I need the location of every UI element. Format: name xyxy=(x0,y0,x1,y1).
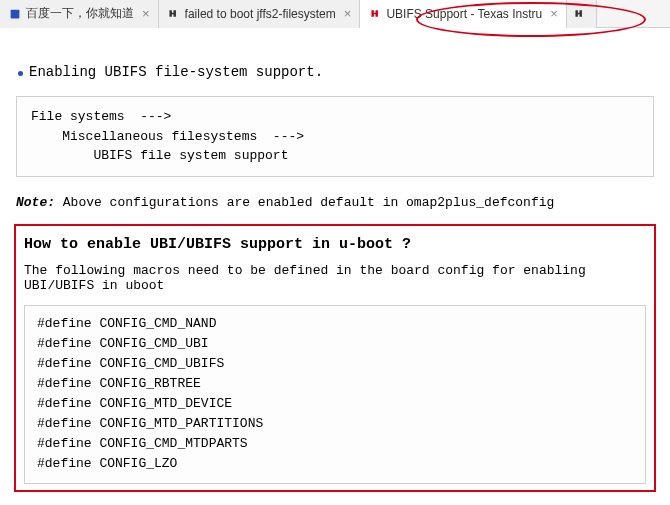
ti-icon xyxy=(573,7,587,21)
highlight-red-box: How to enable UBI/UBIFS support in u-boo… xyxy=(14,224,656,492)
note-label: Note: xyxy=(16,195,55,210)
ti-icon xyxy=(167,7,181,21)
close-icon[interactable]: × xyxy=(550,6,558,21)
note-line: Note: Above configurations are enabled d… xyxy=(16,195,654,210)
tab-jffs2[interactable]: failed to boot jffs2-filesystem × xyxy=(159,0,361,28)
ti-red-icon xyxy=(368,7,382,21)
close-icon[interactable]: × xyxy=(344,6,352,21)
note-text: Above configurations are enabled default… xyxy=(55,195,554,210)
bullet-text: Enabling UBIFS file-system support. xyxy=(29,64,323,80)
tab-title: UBIFS Support - Texas Instru xyxy=(386,7,542,21)
tab-bar: 百度一下，你就知道 × failed to boot jffs2-filesys… xyxy=(0,0,670,28)
tab-title: failed to boot jffs2-filesystem xyxy=(185,7,336,21)
close-icon[interactable]: × xyxy=(142,6,150,21)
bullet-item: Enabling UBIFS file-system support. xyxy=(18,64,658,80)
svg-rect-0 xyxy=(11,9,20,18)
menuconfig-code-block: File systems ---> Miscellaneous filesyst… xyxy=(16,96,654,177)
tab-ubifs-active[interactable]: UBIFS Support - Texas Instru × xyxy=(360,0,566,28)
tab-baidu[interactable]: 百度一下，你就知道 × xyxy=(0,0,159,28)
tab-extra[interactable] xyxy=(567,0,597,28)
uboot-heading: How to enable UBI/UBIFS support in u-boo… xyxy=(24,236,646,253)
defines-code-block: #define CONFIG_CMD_NAND #define CONFIG_C… xyxy=(24,305,646,484)
tab-title: 百度一下，你就知道 xyxy=(26,5,134,22)
bullet-icon xyxy=(18,71,23,76)
uboot-para: The following macros need to be defined … xyxy=(24,263,646,293)
baidu-icon xyxy=(8,7,22,21)
page-content: Enabling UBIFS file-system support. File… xyxy=(0,28,670,504)
